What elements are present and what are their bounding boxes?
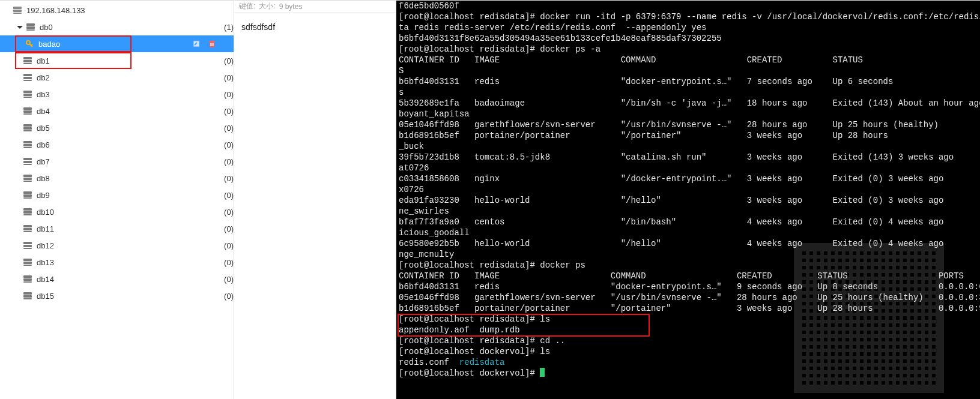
svg-rect-51 (23, 265, 32, 266)
db-count: (0) (224, 275, 234, 284)
svg-rect-55 (23, 292, 32, 295)
db-node-db15[interactable]: db15(0) (0, 287, 234, 304)
svg-rect-1 (13, 10, 22, 12)
db-node-db13[interactable]: db13(0) (0, 254, 234, 271)
db-count: (0) (224, 56, 234, 65)
db-node-db4[interactable]: db4(0) (0, 103, 234, 119)
server-icon (12, 5, 23, 16)
key-actions (192, 39, 234, 49)
svg-rect-48 (23, 248, 32, 249)
database-icon (22, 55, 33, 66)
db-label: db1 (37, 56, 220, 65)
svg-rect-41 (23, 211, 32, 214)
svg-rect-29 (23, 144, 32, 146)
database-icon (22, 122, 33, 133)
database-icon (22, 89, 33, 100)
db-count: (0) (224, 107, 234, 116)
db-node-db5[interactable]: db5(0) (0, 119, 234, 136)
database-icon (22, 72, 33, 83)
db-label: db13 (37, 258, 220, 267)
svg-rect-39 (23, 197, 32, 199)
db-count: (0) (224, 90, 234, 99)
db-label: db15 (37, 292, 220, 301)
database-icon (22, 106, 33, 116)
database-icon (22, 173, 33, 184)
svg-rect-46 (23, 242, 32, 244)
db-label: db7 (37, 157, 220, 166)
svg-rect-56 (23, 295, 32, 298)
svg-rect-37 (23, 191, 32, 194)
database-icon (22, 156, 33, 167)
db-node-db1[interactable]: db1(0) (0, 52, 234, 69)
database-icon (22, 274, 33, 284)
db-node-db2[interactable]: db2(0) (0, 69, 234, 86)
svg-rect-31 (23, 158, 32, 160)
server-node[interactable]: 192.168.148.133 (0, 2, 234, 19)
database-icon (22, 290, 33, 301)
db-node-db14[interactable]: db14(0) (0, 271, 234, 287)
svg-rect-5 (26, 29, 35, 31)
svg-rect-57 (23, 298, 32, 299)
rename-key-icon[interactable] (192, 39, 201, 49)
svg-rect-0 (13, 7, 22, 9)
svg-rect-22 (23, 107, 32, 110)
db-label: db12 (37, 241, 220, 250)
db-label: db11 (37, 224, 220, 233)
svg-rect-26 (23, 127, 32, 130)
svg-rect-17 (23, 77, 32, 79)
db-count: (0) (224, 124, 234, 133)
db-label: db9 (37, 191, 220, 200)
svg-rect-38 (23, 194, 32, 197)
database-icon (25, 22, 36, 32)
expand-arrow-icon[interactable] (17, 26, 23, 29)
db-node-db12[interactable]: db12(0) (0, 237, 234, 254)
svg-rect-28 (23, 141, 32, 143)
db-node-db6[interactable]: db6(0) (0, 136, 234, 153)
db-count: (0) (224, 191, 234, 200)
db-count: (0) (224, 73, 234, 82)
database-icon (22, 139, 33, 150)
header-size-value: 9 bytes (279, 2, 303, 11)
svg-rect-20 (23, 94, 32, 96)
terminal[interactable]: f6de5bd0560f [root@localhost redisdata]#… (396, 1, 980, 399)
svg-rect-49 (23, 259, 32, 261)
db-node-db10[interactable]: db10(0) (0, 203, 234, 220)
svg-rect-44 (23, 228, 32, 230)
db-node-db9[interactable]: db9(0) (0, 187, 234, 203)
svg-rect-47 (23, 245, 32, 247)
svg-rect-2 (13, 13, 22, 14)
svg-rect-54 (23, 281, 32, 283)
db-node-db7[interactable]: db7(0) (0, 153, 234, 170)
database-icon (22, 223, 33, 234)
svg-rect-43 (23, 225, 32, 227)
svg-rect-33 (23, 164, 32, 165)
db-count: (0) (224, 292, 234, 301)
key-node-badao[interactable]: badao (0, 35, 234, 52)
svg-rect-9 (209, 41, 215, 42)
svg-rect-27 (23, 130, 32, 131)
svg-rect-30 (23, 147, 32, 148)
db-label: db3 (37, 90, 220, 99)
svg-rect-32 (23, 161, 32, 163)
svg-rect-42 (23, 214, 32, 215)
header-size-label: 大小: (259, 1, 275, 11)
db-label: db10 (37, 208, 220, 217)
db-count: (0) (224, 140, 234, 149)
db-label: db6 (37, 140, 220, 149)
svg-rect-52 (23, 275, 32, 278)
db-count: (0) (224, 258, 234, 267)
delete-key-icon[interactable] (207, 39, 217, 49)
db-label: db0 (40, 23, 220, 32)
db-node-db0[interactable]: db0(1) (0, 19, 234, 35)
svg-rect-19 (23, 91, 32, 93)
db-tree-panel[interactable]: 192.168.148.133 db0(1)badaodb1(0)db2(0)d… (0, 1, 234, 399)
svg-rect-13 (23, 57, 32, 59)
db-count: (0) (224, 157, 234, 166)
db-node-db11[interactable]: db11(0) (0, 220, 234, 237)
db-node-db3[interactable]: db3(0) (0, 86, 234, 103)
db-count: (0) (224, 241, 234, 250)
value-body[interactable]: sdfsdfsdf (234, 13, 396, 41)
db-label: db14 (37, 275, 220, 284)
database-icon (22, 206, 33, 217)
db-node-db8[interactable]: db8(0) (0, 170, 234, 187)
